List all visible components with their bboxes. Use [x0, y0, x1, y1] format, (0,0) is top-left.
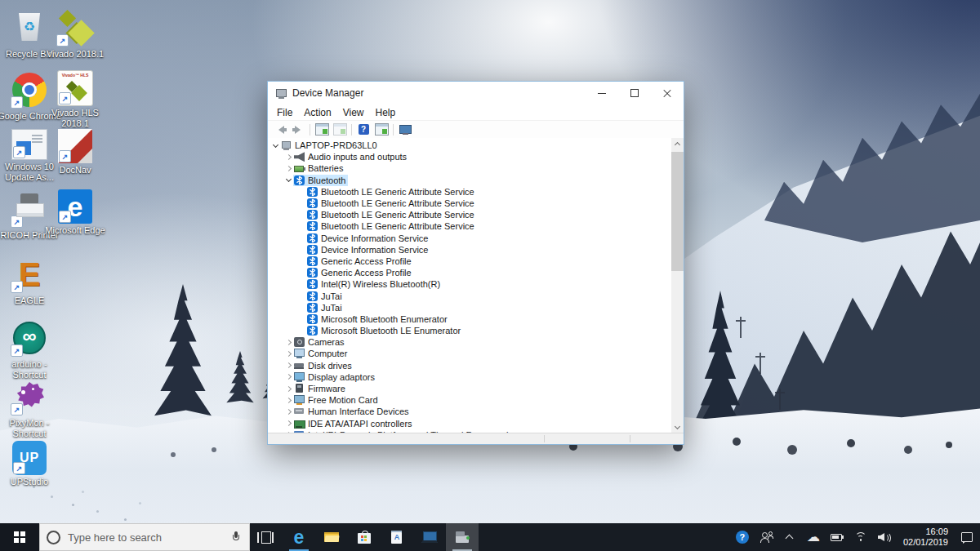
- titlebar[interactable]: Device Manager: [268, 82, 684, 104]
- export-list-icon[interactable]: [331, 122, 349, 137]
- system-tray: 16:0902/01/2019: [734, 523, 980, 551]
- tray-help[interactable]: [734, 527, 751, 547]
- tree-item[interactable]: Device Information Service: [268, 233, 670, 244]
- tree-item[interactable]: JuTai: [268, 302, 670, 313]
- tree-item[interactable]: Microsoft Bluetooth LE Enumerator: [268, 325, 670, 336]
- tree-item[interactable]: Bluetooth: [268, 175, 670, 186]
- bluetooth-icon: [307, 221, 318, 231]
- tree-item[interactable]: LAPTOP-PRD63LL0: [268, 140, 670, 151]
- taskbar-search[interactable]: Type here to search: [39, 523, 250, 551]
- start-button[interactable]: [0, 523, 39, 551]
- taskbar-app-task-view[interactable]: [250, 523, 283, 551]
- tray-chevron-up[interactable]: [782, 527, 798, 547]
- toolbar-separator: [310, 124, 310, 136]
- tree-item[interactable]: Generic Access Profile: [268, 256, 670, 267]
- chevron-right-icon[interactable]: [284, 153, 293, 162]
- menu-item-help[interactable]: Help: [370, 107, 402, 118]
- scroll-down-icon[interactable]: [671, 421, 684, 433]
- tree-item[interactable]: Bluetooth LE Generic Attribute Service: [268, 220, 670, 232]
- taskbar-app-connect[interactable]: [413, 523, 446, 551]
- taskbar-app-device-manager[interactable]: [446, 523, 479, 551]
- tree-item[interactable]: Bluetooth LE Generic Attribute Service: [268, 186, 670, 198]
- taskbar-app-file-explorer[interactable]: [315, 523, 348, 551]
- tree-item[interactable]: Display adaptors: [268, 371, 670, 383]
- no-chevron: [297, 245, 306, 254]
- vivado-icon: [56, 8, 95, 47]
- shortcut-arrow-icon: [11, 96, 23, 109]
- help-icon[interactable]: ?: [354, 122, 372, 137]
- vertical-scrollbar[interactable]: [671, 138, 684, 433]
- tray-people[interactable]: [758, 527, 774, 547]
- desktop-icon-eagle[interactable]: EAGLE: [0, 255, 64, 306]
- chevron-right-icon[interactable]: [284, 361, 293, 370]
- tree-item[interactable]: Batteries: [268, 162, 670, 174]
- desktop-icon-upstudio[interactable]: UPStudio: [0, 441, 64, 487]
- chevron-right-icon[interactable]: [284, 407, 293, 416]
- scroll-up-icon[interactable]: [671, 138, 684, 150]
- audio-icon: [294, 152, 305, 162]
- forward-icon[interactable]: [289, 122, 307, 137]
- tree-item[interactable]: Bluetooth LE Generic Attribute Service: [268, 209, 670, 220]
- minimize-button[interactable]: [586, 82, 618, 104]
- tree-item[interactable]: JuTai: [268, 290, 670, 301]
- tree-item[interactable]: Computer: [268, 348, 670, 359]
- chevron-down-icon[interactable]: [284, 176, 293, 184]
- scan-for-hardware-changes-icon[interactable]: [396, 122, 414, 137]
- tree-item[interactable]: Device Information Service: [268, 244, 670, 256]
- tree-item[interactable]: IDE ATA/ATAPI controllers: [268, 418, 670, 429]
- desktop-icon-label: PixyMon - Shortcut: [0, 418, 64, 439]
- close-button[interactable]: [651, 82, 684, 104]
- scrollbar-thumb[interactable]: [671, 152, 684, 271]
- back-icon[interactable]: [271, 122, 289, 137]
- clock[interactable]: 16:0902/01/2019: [900, 527, 951, 548]
- tray-action-center[interactable]: [959, 527, 975, 547]
- microphone-icon[interactable]: [233, 531, 239, 543]
- chevron-right-icon[interactable]: [284, 338, 293, 347]
- tree-item[interactable]: Intel(R) Wireless Bluetooth(R): [268, 278, 670, 290]
- tray-volume[interactable]: [876, 527, 893, 547]
- desktop-icon-docnav[interactable]: DocNav: [41, 129, 109, 176]
- desktop-icon-arduino[interactable]: arduino - Shortcut: [0, 318, 64, 380]
- tray-battery[interactable]: [829, 527, 845, 547]
- tray-onedrive[interactable]: [805, 527, 822, 547]
- chevron-right-icon[interactable]: [284, 419, 293, 428]
- status-bar: [268, 433, 684, 444]
- no-chevron: [297, 187, 306, 196]
- show-console-tree-icon[interactable]: [313, 122, 331, 137]
- properties-icon[interactable]: [372, 122, 390, 137]
- menu-item-action[interactable]: Action: [298, 107, 336, 118]
- bluetooth-icon: [307, 187, 318, 197]
- device-tree-panel: LAPTOP-PRD63LL0Audio inputs and outputsB…: [268, 138, 684, 433]
- shortcut-arrow-icon: [11, 281, 23, 293]
- tree-item[interactable]: Firmware: [268, 383, 670, 394]
- desktop-icon-edge[interactable]: Microsoft Edge: [41, 189, 109, 236]
- chevron-right-icon[interactable]: [284, 164, 293, 173]
- toolbar: ?: [268, 121, 684, 139]
- tree-item[interactable]: Cameras: [268, 336, 670, 348]
- desktop-icon-vivado-hls[interactable]: Vivado™ HLSVivado HLS 2018.1: [41, 70, 109, 129]
- tree-item[interactable]: Disk drives: [268, 360, 670, 371]
- chevron-down-icon[interactable]: [271, 141, 280, 150]
- onedrive-icon: [807, 531, 820, 544]
- menu-item-file[interactable]: File: [271, 107, 298, 118]
- tree-item[interactable]: Bluetooth LE Generic Attribute Service: [268, 198, 670, 209]
- chevron-right-icon[interactable]: [284, 396, 293, 405]
- tree-item[interactable]: Generic Access Profile: [268, 267, 670, 278]
- chevron-right-icon[interactable]: [284, 349, 293, 358]
- chevron-right-icon[interactable]: [284, 384, 293, 393]
- menu-item-view[interactable]: View: [337, 107, 370, 118]
- docnav-icon: [58, 129, 92, 163]
- tree-item[interactable]: Human Interface Devices: [268, 406, 670, 417]
- maximize-button[interactable]: [618, 82, 651, 104]
- tree-item[interactable]: Audio inputs and outputs: [268, 151, 670, 162]
- chevron-right-icon[interactable]: [284, 372, 293, 381]
- taskbar-app-microsoft-store[interactable]: [348, 523, 381, 551]
- tree-item[interactable]: Microsoft Bluetooth Enumerator: [268, 313, 670, 325]
- tray-wifi[interactable]: [853, 527, 869, 547]
- desktop-icon-pixymon[interactable]: PixyMon - Shortcut: [0, 377, 64, 439]
- desktop-icon-vivado[interactable]: Vivado 2018.1: [41, 8, 109, 60]
- tree-item[interactable]: Free Motion Card: [268, 394, 670, 406]
- taskbar-app-wordpad[interactable]: [381, 523, 413, 551]
- bluetooth-icon: [307, 233, 318, 243]
- taskbar-app-microsoft-edge[interactable]: [283, 523, 315, 551]
